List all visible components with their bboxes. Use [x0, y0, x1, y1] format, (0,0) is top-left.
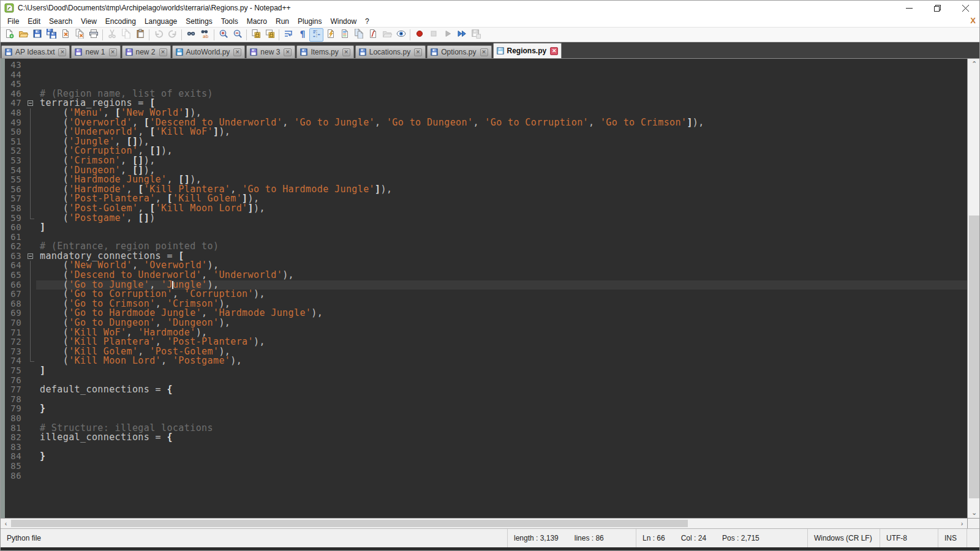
code-line[interactable]: 59 ('Postgame', [])	[1, 214, 967, 223]
menu-item-edit[interactable]: Edit	[23, 16, 45, 27]
code-line[interactable]: 84}	[1, 452, 967, 462]
show-all-characters-button[interactable]: ¶	[295, 28, 309, 42]
cut-button[interactable]	[105, 28, 119, 42]
close-file-button[interactable]	[58, 28, 72, 42]
new-file-icon	[4, 29, 14, 41]
tab-close-icon[interactable]: ✕	[480, 48, 488, 56]
tab-close-icon[interactable]: ✕	[233, 48, 241, 56]
macro-run-multiple-button[interactable]	[454, 28, 469, 42]
tab-ap-ideas-txt[interactable]: AP Ideas.txt✕	[1, 45, 70, 58]
folder-as-workspace-button[interactable]	[380, 28, 394, 42]
menu-item-plugins[interactable]: Plugins	[293, 16, 326, 27]
code-line[interactable]: 77default_connections = {	[1, 385, 967, 395]
close-button[interactable]	[951, 1, 979, 15]
horizontal-scrollbar-thumb[interactable]	[11, 520, 688, 527]
code-line[interactable]: 78	[1, 395, 967, 405]
code-line[interactable]: 74 ('Kill Moon Lord', 'Postgame'),	[1, 356, 967, 366]
macro-play-button[interactable]	[440, 28, 454, 42]
find-button[interactable]	[184, 28, 198, 42]
horizontal-scrollbar[interactable]: ‹ ›	[1, 518, 967, 528]
tab-close-icon[interactable]: ✕	[414, 48, 422, 56]
tab-new-3[interactable]: new 3✕	[246, 45, 295, 58]
save-button[interactable]	[30, 28, 44, 42]
menu-item-language[interactable]: Language	[140, 16, 181, 27]
menu-item--[interactable]: ?	[361, 16, 374, 27]
code-line[interactable]: 85	[1, 462, 967, 471]
menu-item-search[interactable]: Search	[45, 16, 77, 27]
fold-collapse-icon[interactable]	[25, 99, 36, 108]
zoom-out-button[interactable]	[230, 28, 244, 42]
menu-item-window[interactable]: Window	[326, 16, 361, 27]
sync-vertical-button[interactable]	[249, 28, 263, 42]
line-number: 54	[1, 166, 25, 176]
close-icon	[61, 29, 70, 41]
menu-item-tools[interactable]: Tools	[217, 16, 243, 27]
undo-button[interactable]	[151, 28, 165, 42]
tab-close-icon[interactable]: ✕	[550, 47, 558, 55]
paste-button[interactable]	[133, 28, 147, 42]
document-map-button[interactable]	[337, 28, 352, 42]
fold-margin	[25, 61, 36, 70]
save-all-button[interactable]	[44, 28, 58, 42]
vertical-scrollbar[interactable]: ⌃ ⌄	[967, 59, 980, 518]
code-line[interactable]: 60]	[1, 223, 967, 233]
fold-collapse-icon[interactable]	[25, 252, 36, 261]
code-line[interactable]: 43	[1, 61, 967, 70]
replace-button[interactable]: ab	[198, 28, 212, 42]
scroll-down-icon[interactable]: ⌄	[968, 508, 980, 518]
menu-item-settings[interactable]: Settings	[181, 16, 216, 27]
scroll-up-icon[interactable]: ⌃	[968, 59, 980, 69]
restore-button[interactable]	[923, 1, 951, 15]
fold-margin	[25, 376, 36, 386]
code-line[interactable]: 79}	[1, 404, 967, 414]
tab-close-icon[interactable]: ✕	[159, 48, 167, 56]
status-encoding: UTF-8	[880, 529, 938, 547]
minimize-button[interactable]	[895, 1, 923, 15]
tab-regions-py[interactable]: Regions.py✕	[493, 43, 562, 58]
copy-button[interactable]	[119, 28, 133, 42]
tab-close-icon[interactable]: ✕	[342, 48, 350, 56]
macro-save-button[interactable]	[469, 28, 483, 42]
new-file-button[interactable]	[2, 28, 16, 42]
macro-record-button[interactable]	[412, 28, 426, 42]
menu-item-macro[interactable]: Macro	[243, 16, 271, 27]
tab-locations-py[interactable]: Locations.py✕	[355, 45, 426, 58]
code-line[interactable]: 75]	[1, 366, 967, 376]
code-editor[interactable]: 43444546# (Region name, list of exits)47…	[1, 59, 967, 518]
redo-button[interactable]	[165, 28, 179, 42]
line-number: 52	[1, 146, 25, 156]
close-all-button[interactable]	[72, 28, 86, 42]
menu-item-file[interactable]: File	[3, 16, 23, 27]
sync-horizontal-button[interactable]	[263, 28, 277, 42]
tab-autoworld-py[interactable]: AutoWorld.py✕	[172, 45, 246, 58]
file-monitoring-button[interactable]	[394, 28, 408, 42]
toolbar: ab¶	[1, 27, 979, 42]
tab-close-icon[interactable]: ✕	[284, 48, 292, 56]
tab-options-py[interactable]: Options.py✕	[427, 45, 491, 58]
menu-item-run[interactable]: Run	[271, 16, 293, 27]
tab-new-2[interactable]: new 2✕	[122, 45, 171, 58]
tab-close-icon[interactable]: ✕	[58, 48, 66, 56]
show-indent-guide-button[interactable]	[309, 28, 323, 42]
code-line[interactable]: 44	[1, 70, 967, 80]
macro-stop-button[interactable]	[426, 28, 440, 42]
tab-close-icon[interactable]: ✕	[109, 48, 117, 56]
open-file-button[interactable]	[16, 28, 30, 42]
scroll-right-icon[interactable]: ›	[957, 519, 967, 528]
menubar-close-icon[interactable]: X	[970, 16, 976, 25]
print-button[interactable]	[86, 28, 100, 42]
code-line[interactable]: 82illegal_connections = {	[1, 433, 967, 443]
menu-item-view[interactable]: View	[77, 16, 101, 27]
zoom-in-button[interactable]	[216, 28, 230, 42]
code-line[interactable]: 86	[1, 471, 967, 481]
menu-item-encoding[interactable]: Encoding	[101, 16, 140, 27]
user-defined-language-button[interactable]	[323, 28, 337, 42]
word-wrap-button[interactable]	[281, 28, 295, 42]
tab-items-py[interactable]: Items.py✕	[296, 45, 353, 58]
document-list-button[interactable]	[352, 28, 366, 42]
vertical-scrollbar-thumb[interactable]	[969, 216, 979, 498]
scroll-left-icon[interactable]: ‹	[1, 519, 11, 528]
function-list-button[interactable]	[366, 28, 380, 42]
tab-new-1[interactable]: new 1✕	[71, 45, 120, 58]
code-line[interactable]: 83	[1, 443, 967, 452]
